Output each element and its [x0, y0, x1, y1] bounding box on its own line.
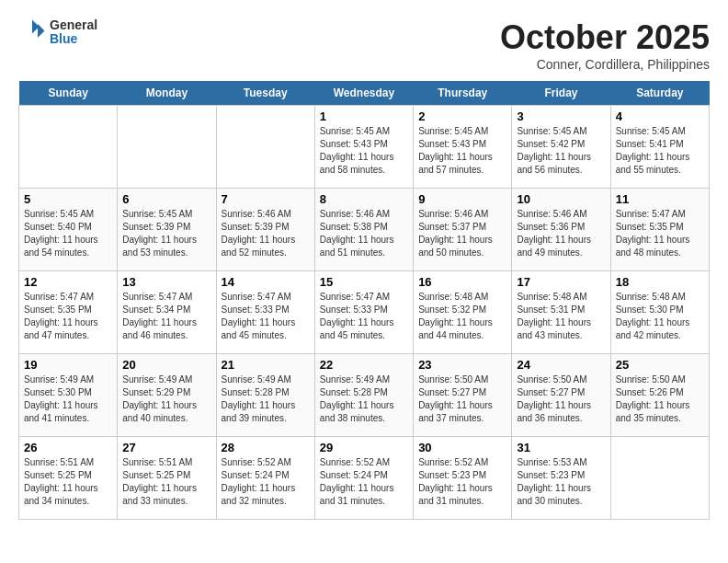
date-number: 27 — [122, 441, 210, 454]
date-number: 28 — [222, 441, 310, 454]
daylight-text: Daylight: 11 hours and 56 minutes. — [517, 152, 591, 175]
sunset-text: Sunset: 5:39 PM — [122, 222, 190, 232]
day-info: Sunrise: 5:48 AM Sunset: 5:30 PM Dayligh… — [616, 291, 704, 342]
logo: General Blue — [18, 18, 97, 47]
svg-marker-0 — [38, 24, 45, 38]
sunrise-text: Sunrise: 5:46 AM — [418, 209, 488, 219]
sunrise-text: Sunrise: 5:45 AM — [616, 126, 686, 136]
logo-icon — [18, 18, 46, 46]
sunset-text: Sunset: 5:35 PM — [24, 304, 92, 315]
calendar-cell: 15 Sunrise: 5:47 AM Sunset: 5:33 PM Dayl… — [314, 271, 413, 354]
logo-text: General Blue — [50, 18, 97, 47]
day-info: Sunrise: 5:50 AM Sunset: 5:26 PM Dayligh… — [616, 373, 704, 425]
date-number: 16 — [418, 275, 506, 289]
day-info: Sunrise: 5:50 AM Sunset: 5:27 PM Dayligh… — [517, 373, 605, 425]
daylight-text: Daylight: 11 hours and 36 minutes. — [517, 400, 591, 423]
calendar-cell: 19 Sunrise: 5:49 AM Sunset: 5:30 PM Dayl… — [19, 354, 118, 437]
day-info: Sunrise: 5:45 AM Sunset: 5:42 PM Dayligh… — [517, 125, 605, 177]
sunset-text: Sunset: 5:40 PM — [24, 222, 92, 232]
calendar-cell: 3 Sunrise: 5:45 AM Sunset: 5:42 PM Dayli… — [512, 106, 610, 189]
sunset-text: Sunset: 5:39 PM — [222, 222, 290, 232]
days-header-row: Sunday Monday Tuesday Wednesday Thursday… — [19, 81, 710, 106]
date-number: 19 — [24, 358, 112, 372]
day-info: Sunrise: 5:49 AM Sunset: 5:30 PM Dayligh… — [24, 373, 112, 425]
calendar-cell: 18 Sunrise: 5:48 AM Sunset: 5:30 PM Dayl… — [610, 271, 709, 354]
date-number: 12 — [24, 275, 112, 289]
sunrise-text: Sunrise: 5:47 AM — [122, 292, 192, 302]
calendar-cell: 12 Sunrise: 5:47 AM Sunset: 5:35 PM Dayl… — [19, 271, 118, 354]
header-thursday: Thursday — [414, 81, 512, 106]
day-info: Sunrise: 5:47 AM Sunset: 5:33 PM Dayligh… — [320, 291, 408, 342]
day-info: Sunrise: 5:49 AM Sunset: 5:28 PM Dayligh… — [320, 373, 408, 425]
calendar-cell: 16 Sunrise: 5:48 AM Sunset: 5:32 PM Dayl… — [414, 271, 512, 354]
logo-general: General — [50, 18, 97, 32]
day-info: Sunrise: 5:46 AM Sunset: 5:39 PM Dayligh… — [222, 208, 310, 259]
calendar-cell: 25 Sunrise: 5:50 AM Sunset: 5:26 PM Dayl… — [610, 354, 709, 437]
calendar-cell: 30 Sunrise: 5:52 AM Sunset: 5:23 PM Dayl… — [414, 437, 512, 520]
week-row-2: 5 Sunrise: 5:45 AM Sunset: 5:40 PM Dayli… — [19, 189, 710, 271]
date-number: 3 — [517, 109, 605, 123]
sunrise-text: Sunrise: 5:45 AM — [320, 126, 390, 136]
date-number: 4 — [616, 109, 704, 123]
daylight-text: Daylight: 11 hours and 34 minutes. — [24, 483, 98, 506]
sunrise-text: Sunrise: 5:49 AM — [320, 374, 390, 385]
daylight-text: Daylight: 11 hours and 35 minutes. — [616, 400, 690, 423]
sunrise-text: Sunrise: 5:49 AM — [122, 374, 192, 385]
day-info: Sunrise: 5:52 AM Sunset: 5:24 PM Dayligh… — [320, 456, 408, 508]
calendar-table: Sunday Monday Tuesday Wednesday Thursday… — [18, 81, 710, 520]
daylight-text: Daylight: 11 hours and 30 minutes. — [517, 483, 591, 506]
calendar-cell: 10 Sunrise: 5:46 AM Sunset: 5:36 PM Dayl… — [512, 189, 610, 271]
day-info: Sunrise: 5:46 AM Sunset: 5:37 PM Dayligh… — [418, 208, 506, 259]
sunset-text: Sunset: 5:35 PM — [616, 222, 684, 232]
daylight-text: Daylight: 11 hours and 41 minutes. — [24, 400, 98, 423]
calendar-subtitle: Conner, Cordillera, Philippines — [500, 57, 710, 72]
day-info: Sunrise: 5:52 AM Sunset: 5:24 PM Dayligh… — [222, 456, 310, 508]
daylight-text: Daylight: 11 hours and 53 minutes. — [122, 235, 197, 258]
sunset-text: Sunset: 5:37 PM — [418, 222, 486, 232]
sunset-text: Sunset: 5:24 PM — [222, 470, 290, 480]
date-number: 2 — [418, 109, 506, 123]
date-number: 31 — [517, 441, 605, 454]
sunset-text: Sunset: 5:43 PM — [320, 139, 388, 149]
sunrise-text: Sunrise: 5:46 AM — [517, 209, 586, 219]
sunrise-text: Sunrise: 5:47 AM — [320, 292, 390, 302]
calendar-cell: 5 Sunrise: 5:45 AM Sunset: 5:40 PM Dayli… — [19, 189, 118, 271]
daylight-text: Daylight: 11 hours and 43 minutes. — [517, 317, 591, 340]
daylight-text: Daylight: 11 hours and 37 minutes. — [418, 400, 493, 423]
header-sunday: Sunday — [19, 81, 118, 106]
sunset-text: Sunset: 5:23 PM — [418, 470, 486, 480]
sunset-text: Sunset: 5:31 PM — [517, 304, 585, 315]
date-number: 13 — [122, 275, 210, 289]
calendar-cell: 20 Sunrise: 5:49 AM Sunset: 5:29 PM Dayl… — [118, 354, 216, 437]
daylight-text: Daylight: 11 hours and 47 minutes. — [24, 317, 98, 340]
week-row-4: 19 Sunrise: 5:49 AM Sunset: 5:30 PM Dayl… — [19, 354, 710, 437]
day-info: Sunrise: 5:47 AM Sunset: 5:35 PM Dayligh… — [24, 291, 112, 342]
week-row-1: 1 Sunrise: 5:45 AM Sunset: 5:43 PM Dayli… — [19, 106, 710, 189]
daylight-text: Daylight: 11 hours and 40 minutes. — [122, 400, 197, 423]
day-info: Sunrise: 5:45 AM Sunset: 5:43 PM Dayligh… — [320, 125, 408, 177]
daylight-text: Daylight: 11 hours and 45 minutes. — [222, 317, 296, 340]
daylight-text: Daylight: 11 hours and 39 minutes. — [222, 400, 296, 423]
calendar-cell — [118, 106, 216, 189]
sunset-text: Sunset: 5:23 PM — [517, 470, 585, 480]
daylight-text: Daylight: 11 hours and 42 minutes. — [616, 317, 690, 340]
daylight-text: Daylight: 11 hours and 48 minutes. — [616, 235, 690, 258]
header-wednesday: Wednesday — [314, 81, 413, 106]
sunset-text: Sunset: 5:26 PM — [616, 387, 684, 397]
calendar-cell: 13 Sunrise: 5:47 AM Sunset: 5:34 PM Dayl… — [118, 271, 216, 354]
week-row-5: 26 Sunrise: 5:51 AM Sunset: 5:25 PM Dayl… — [19, 437, 710, 520]
sunrise-text: Sunrise: 5:50 AM — [517, 374, 586, 385]
date-number: 24 — [517, 358, 605, 372]
day-info: Sunrise: 5:45 AM Sunset: 5:43 PM Dayligh… — [418, 125, 506, 177]
sunset-text: Sunset: 5:24 PM — [320, 470, 388, 480]
daylight-text: Daylight: 11 hours and 50 minutes. — [418, 235, 493, 258]
sunset-text: Sunset: 5:30 PM — [616, 304, 684, 315]
sunrise-text: Sunrise: 5:45 AM — [418, 126, 488, 136]
day-info: Sunrise: 5:53 AM Sunset: 5:23 PM Dayligh… — [517, 456, 605, 508]
calendar-cell: 22 Sunrise: 5:49 AM Sunset: 5:28 PM Dayl… — [314, 354, 413, 437]
title-section: October 2025 Conner, Cordillera, Philipp… — [500, 18, 710, 72]
day-info: Sunrise: 5:47 AM Sunset: 5:35 PM Dayligh… — [616, 208, 704, 259]
date-number: 25 — [616, 358, 704, 372]
sunrise-text: Sunrise: 5:48 AM — [517, 292, 586, 302]
calendar-cell: 21 Sunrise: 5:49 AM Sunset: 5:28 PM Dayl… — [216, 354, 314, 437]
